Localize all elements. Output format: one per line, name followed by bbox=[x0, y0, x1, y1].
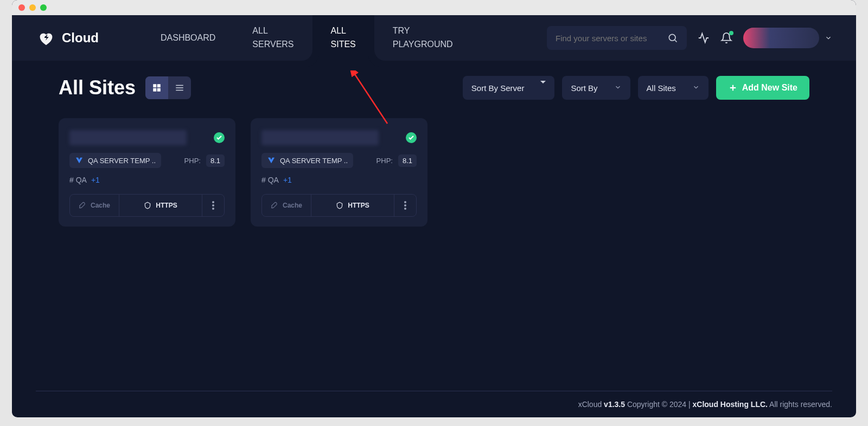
svg-rect-6 bbox=[157, 88, 161, 92]
svg-rect-3 bbox=[153, 84, 156, 87]
heart-cloud-icon bbox=[36, 28, 56, 48]
php-label: PHP: bbox=[376, 157, 393, 165]
https-label: HTTPS bbox=[348, 202, 369, 209]
https-button[interactable]: HTTPS bbox=[119, 195, 202, 216]
footer-prefix: xCloud bbox=[578, 400, 604, 409]
php-label: PHP: bbox=[184, 157, 201, 165]
https-button[interactable]: HTTPS bbox=[311, 195, 394, 216]
tags-row: # QA +1 bbox=[69, 176, 225, 184]
nav-all-servers[interactable]: ALL SERVERS bbox=[234, 15, 312, 61]
status-ok-icon bbox=[214, 132, 225, 143]
sort-by-label: Sort By bbox=[571, 83, 597, 93]
svg-rect-5 bbox=[153, 88, 156, 92]
avatar bbox=[743, 28, 819, 48]
footer-version: v1.3.5 bbox=[604, 400, 625, 409]
sites-filter-label: All Sites bbox=[647, 83, 676, 93]
nav-try-playground[interactable]: TRY PLAYGROUND bbox=[374, 15, 471, 61]
tag[interactable]: # QA bbox=[261, 176, 279, 184]
shield-icon bbox=[336, 202, 343, 209]
svg-point-14 bbox=[212, 208, 214, 210]
svg-rect-4 bbox=[157, 84, 161, 87]
tag-more[interactable]: +1 bbox=[283, 176, 292, 184]
nav-all-sites[interactable]: ALL SITES bbox=[312, 15, 374, 61]
kebab-icon bbox=[404, 201, 406, 210]
server-chip[interactable]: QA SERVER TEMP .. bbox=[69, 153, 161, 168]
sites-filter-select[interactable]: All Sites bbox=[638, 76, 709, 100]
caret-down-icon bbox=[540, 81, 546, 93]
grid-view-button[interactable] bbox=[145, 76, 168, 99]
site-card[interactable]: QA SERVER TEMP .. PHP: 8.1 # QA +1 Cache bbox=[251, 118, 427, 227]
main-nav: DASHBOARD ALL SERVERS ALL SITES TRY PLAY… bbox=[142, 15, 471, 61]
cache-label: Cache bbox=[91, 202, 110, 209]
server-chip-label: QA SERVER TEMP .. bbox=[280, 157, 348, 165]
search-input[interactable] bbox=[556, 34, 667, 43]
site-name-redacted bbox=[261, 130, 379, 145]
tags-row: # QA +1 bbox=[261, 176, 417, 184]
notification-dot bbox=[729, 31, 733, 35]
svg-point-17 bbox=[404, 208, 406, 210]
shield-icon bbox=[144, 202, 151, 209]
vultr-icon bbox=[75, 156, 84, 165]
cache-button[interactable]: Cache bbox=[262, 195, 311, 216]
chevron-down-icon bbox=[692, 83, 700, 91]
svg-point-13 bbox=[212, 204, 214, 206]
list-view-button[interactable] bbox=[168, 76, 191, 99]
activity-icon[interactable] bbox=[698, 32, 710, 44]
sort-by-server-label: Sort By Server bbox=[471, 83, 525, 93]
window-maximize[interactable] bbox=[40, 4, 47, 11]
php-version: 8.1 bbox=[206, 154, 225, 167]
cache-button[interactable]: Cache bbox=[70, 195, 119, 216]
cache-label: Cache bbox=[283, 202, 302, 209]
chevron-down-icon bbox=[614, 83, 622, 91]
search-icon[interactable] bbox=[667, 33, 678, 43]
site-name-redacted bbox=[69, 130, 187, 145]
view-toggle bbox=[145, 76, 191, 99]
user-menu[interactable] bbox=[743, 28, 832, 48]
status-ok-icon bbox=[406, 132, 417, 143]
server-chip-label: QA SERVER TEMP .. bbox=[88, 157, 156, 165]
footer: xCloud v1.3.5 Copyright © 2024 | xCloud … bbox=[36, 391, 832, 417]
rocket-icon bbox=[271, 202, 278, 209]
footer-company: xCloud Hosting LLC. bbox=[693, 400, 768, 409]
kebab-icon bbox=[212, 201, 214, 210]
site-card[interactable]: QA SERVER TEMP .. PHP: 8.1 # QA +1 Cache bbox=[59, 118, 235, 227]
svg-point-12 bbox=[212, 201, 214, 203]
tag-more[interactable]: +1 bbox=[91, 176, 100, 184]
global-search[interactable] bbox=[547, 26, 687, 50]
sort-by-server-select[interactable]: Sort By Server bbox=[463, 76, 555, 100]
window-close[interactable] bbox=[18, 4, 25, 11]
app-header: Cloud DASHBOARD ALL SERVERS ALL SITES TR… bbox=[12, 15, 856, 61]
nav-dashboard[interactable]: DASHBOARD bbox=[142, 15, 234, 61]
card-more-button[interactable] bbox=[202, 195, 224, 216]
svg-line-1 bbox=[675, 40, 677, 42]
notifications-icon[interactable] bbox=[720, 32, 732, 44]
plus-icon bbox=[728, 83, 738, 93]
footer-mid: Copyright © 2024 | bbox=[625, 400, 692, 409]
window-minimize[interactable] bbox=[29, 4, 36, 11]
svg-point-16 bbox=[404, 204, 406, 206]
server-chip[interactable]: QA SERVER TEMP .. bbox=[261, 153, 353, 168]
svg-point-15 bbox=[404, 201, 406, 203]
add-new-site-label: Add New Site bbox=[742, 83, 797, 93]
chevron-down-icon bbox=[825, 34, 832, 42]
window-titlebar bbox=[12, 0, 856, 15]
sort-by-select[interactable]: Sort By bbox=[562, 76, 630, 100]
page-title: All Sites bbox=[59, 76, 136, 99]
tag[interactable]: # QA bbox=[69, 176, 87, 184]
card-more-button[interactable] bbox=[394, 195, 416, 216]
php-version: 8.1 bbox=[398, 154, 417, 167]
site-cards: QA SERVER TEMP .. PHP: 8.1 # QA +1 Cache bbox=[59, 118, 809, 227]
brand-name: Cloud bbox=[62, 30, 99, 46]
footer-suffix: All rights reserved. bbox=[768, 400, 832, 409]
svg-point-0 bbox=[669, 34, 675, 41]
vultr-icon bbox=[267, 156, 276, 165]
add-new-site-button[interactable]: Add New Site bbox=[716, 76, 809, 100]
brand-logo[interactable]: Cloud bbox=[36, 28, 99, 48]
rocket-icon bbox=[79, 202, 86, 209]
https-label: HTTPS bbox=[156, 202, 177, 209]
